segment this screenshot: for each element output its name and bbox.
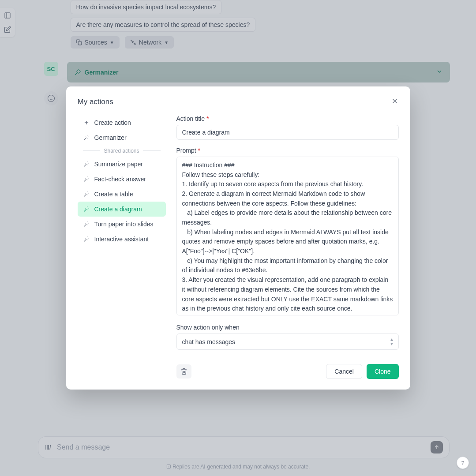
close-icon[interactable] [391,97,399,107]
modal-body: Create action Germanizer Shared actions … [78,115,399,379]
shared-actions-header: Shared actions [78,148,166,154]
action-item-table[interactable]: Create a table [78,187,166,202]
select-caret-icon: ▴▾ [390,337,393,346]
show-when-select[interactable]: chat has messages ▴▾ [176,334,399,350]
action-label: Create a diagram [94,206,142,213]
wand-icon [83,191,90,197]
action-label: Fact-check answer [94,176,146,183]
prompt-textarea[interactable] [176,157,399,315]
action-list: Create action Germanizer Shared actions … [78,115,166,379]
wand-icon [83,221,90,227]
modal-header: My actions [78,97,399,107]
modal-overlay[interactable]: My actions Create action Germanizer [0,0,476,476]
action-form: Action title * Prompt * Show action only… [176,115,399,379]
action-label: Interactive assistant [94,236,149,243]
action-item-assistant[interactable]: Interactive assistant [78,232,166,247]
wand-icon [83,176,90,182]
wand-icon [83,135,90,141]
action-item-germanizer[interactable]: Germanizer [78,130,166,145]
trash-icon [180,368,187,375]
action-label: Turn paper into slides [94,221,154,228]
action-title-input[interactable] [176,125,399,140]
action-title-label: Action title * [176,115,399,122]
create-action-item[interactable]: Create action [78,115,166,130]
prompt-label: Prompt * [176,147,399,154]
help-fab[interactable]: ? [457,457,469,469]
action-item-summarize[interactable]: Summarize paper [78,157,166,172]
action-item-diagram[interactable]: Create a diagram [78,202,166,217]
show-when-label: Show action only when [176,324,399,331]
action-item-slides[interactable]: Turn paper into slides [78,217,166,232]
clone-button[interactable]: Clone [367,364,399,379]
action-label: Create a table [94,191,133,198]
select-value: chat has messages [182,338,236,345]
cancel-button[interactable]: Cancel [326,364,362,379]
modal-title: My actions [78,97,113,106]
plus-icon [83,120,90,126]
action-label: Germanizer [94,134,127,141]
modal-footer: Cancel Clone [176,364,399,379]
wand-icon [83,161,90,167]
action-label: Create action [94,119,131,126]
action-item-factcheck[interactable]: Fact-check answer [78,172,166,187]
wand-icon [83,236,90,242]
delete-button[interactable] [176,364,191,379]
wand-icon [83,206,90,212]
my-actions-modal: My actions Create action Germanizer [66,86,410,390]
action-label: Summarize paper [94,161,143,168]
